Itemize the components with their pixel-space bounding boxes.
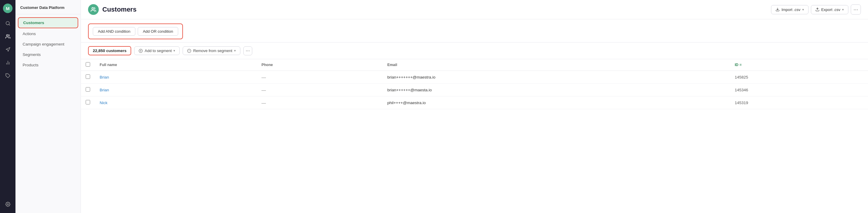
- sidebar-item-segments[interactable]: Segments: [18, 50, 78, 60]
- sidebar-item-label: Actions: [23, 32, 36, 36]
- puzzle-icon[interactable]: [2, 70, 13, 81]
- add-to-segment-icon: [138, 49, 143, 53]
- sidebar: Customer Data Platform Customers Actions…: [16, 0, 81, 213]
- table-row: Nick — phil++++@maestra.io 145319: [81, 96, 868, 109]
- page-header: Customers Import .csv ▾ Export .csv ▾ ⋯: [81, 0, 868, 19]
- row-email: brian++++++@maesta.io: [382, 84, 730, 96]
- row-email: brian+++++++@maestra.io: [382, 71, 730, 84]
- select-all-cell: [81, 59, 95, 71]
- svg-point-7: [7, 204, 8, 205]
- sidebar-item-label: Campaign engagement: [23, 42, 64, 47]
- customers-table: Full name Phone Email ID ≡: [81, 59, 868, 109]
- page-icon: [88, 4, 99, 15]
- row-checkbox-cell: [81, 84, 95, 96]
- col-id[interactable]: ID ≡: [730, 59, 868, 71]
- sidebar-header: Customer Data Platform: [16, 0, 81, 14]
- header-actions: Import .csv ▾ Export .csv ▾ ⋯: [771, 4, 861, 14]
- import-label: Import .csv: [781, 7, 801, 12]
- select-all-checkbox[interactable]: [86, 62, 90, 67]
- add-to-segment-label: Add to segment: [145, 49, 172, 53]
- row-name[interactable]: Nick: [95, 96, 257, 109]
- table-row: Brian — brian++++++@maesta.io 145346: [81, 84, 868, 96]
- row-id: 145319: [730, 96, 868, 109]
- toolbar: 22,850 customers Add to segment ▾ Remove…: [81, 42, 868, 59]
- col-phone: Phone: [257, 59, 382, 71]
- customer-count-badge: 22,850 customers: [88, 46, 131, 55]
- filter-bar: Add AND condition Add OR condition: [81, 19, 868, 42]
- row-checkbox-cell: [81, 96, 95, 109]
- sidebar-item-label: Segments: [23, 52, 41, 57]
- sidebar-item-campaign-engagement[interactable]: Campaign engagement: [18, 39, 78, 49]
- remove-segment-icon: [187, 49, 191, 53]
- export-chevron-icon: ▾: [842, 8, 844, 11]
- export-label: Export .csv: [821, 7, 840, 12]
- row-checkbox-0[interactable]: [86, 74, 90, 79]
- remove-from-segment-button[interactable]: Remove from segment ▾: [183, 47, 240, 55]
- customers-table-wrapper: Full name Phone Email ID ≡: [81, 59, 868, 213]
- icon-bar: M: [0, 0, 16, 213]
- sidebar-item-label: Products: [23, 63, 38, 67]
- download-icon: [775, 7, 780, 11]
- row-id: 145825: [730, 71, 868, 84]
- table-body: Brian — brian+++++++@maestra.io 145825 B…: [81, 71, 868, 109]
- sidebar-item-label: Customers: [23, 21, 44, 25]
- remove-from-segment-label: Remove from segment: [193, 49, 232, 53]
- row-phone: —: [257, 96, 382, 109]
- import-csv-button[interactable]: Import .csv ▾: [771, 5, 808, 14]
- row-email: phil++++@maestra.io: [382, 96, 730, 109]
- row-phone: —: [257, 71, 382, 84]
- users-icon[interactable]: [2, 31, 13, 42]
- row-checkbox-2[interactable]: [86, 100, 90, 104]
- col-fullname: Full name: [95, 59, 257, 71]
- svg-point-2: [6, 34, 8, 36]
- toolbar-more-button[interactable]: ⋯: [243, 47, 252, 55]
- chart-icon[interactable]: [2, 57, 13, 68]
- dots-icon: ⋯: [854, 7, 858, 12]
- page-title: Customers: [102, 6, 136, 13]
- add-or-condition-button[interactable]: Add OR condition: [138, 27, 178, 36]
- remove-segment-chevron-icon: ▾: [234, 49, 236, 53]
- megaphone-icon[interactable]: [2, 44, 13, 55]
- import-chevron-icon: ▾: [802, 8, 804, 11]
- toolbar-dots-icon: ⋯: [246, 49, 250, 53]
- table-row: Brian — brian+++++++@maestra.io 145825: [81, 71, 868, 84]
- svg-point-8: [92, 7, 94, 9]
- filter-conditions-box: Add AND condition Add OR condition: [88, 24, 183, 39]
- row-name[interactable]: Brian: [95, 84, 257, 96]
- gear-icon[interactable]: [2, 199, 13, 209]
- row-name[interactable]: Brian: [95, 71, 257, 84]
- main-content: Customers Import .csv ▾ Export .csv ▾ ⋯ …: [81, 0, 868, 213]
- app-avatar[interactable]: M: [3, 4, 12, 13]
- add-to-segment-button[interactable]: Add to segment ▾: [134, 47, 180, 55]
- sidebar-item-customers[interactable]: Customers: [18, 17, 78, 28]
- sidebar-item-products[interactable]: Products: [18, 60, 78, 70]
- add-segment-chevron-icon: ▾: [174, 49, 175, 53]
- upload-icon: [815, 7, 819, 11]
- add-and-condition-button[interactable]: Add AND condition: [93, 27, 135, 36]
- row-phone: —: [257, 84, 382, 96]
- export-csv-button[interactable]: Export .csv ▾: [811, 5, 848, 14]
- row-checkbox-1[interactable]: [86, 87, 90, 92]
- col-email: Email: [382, 59, 730, 71]
- row-checkbox-cell: [81, 71, 95, 84]
- sidebar-item-actions[interactable]: Actions: [18, 29, 78, 39]
- search-icon[interactable]: [2, 18, 13, 29]
- svg-line-1: [9, 24, 9, 25]
- sidebar-nav: Customers Actions Campaign engagement Se…: [16, 14, 81, 73]
- table-header: Full name Phone Email ID ≡: [81, 59, 868, 71]
- row-id: 145346: [730, 84, 868, 96]
- more-options-button[interactable]: ⋯: [851, 4, 861, 14]
